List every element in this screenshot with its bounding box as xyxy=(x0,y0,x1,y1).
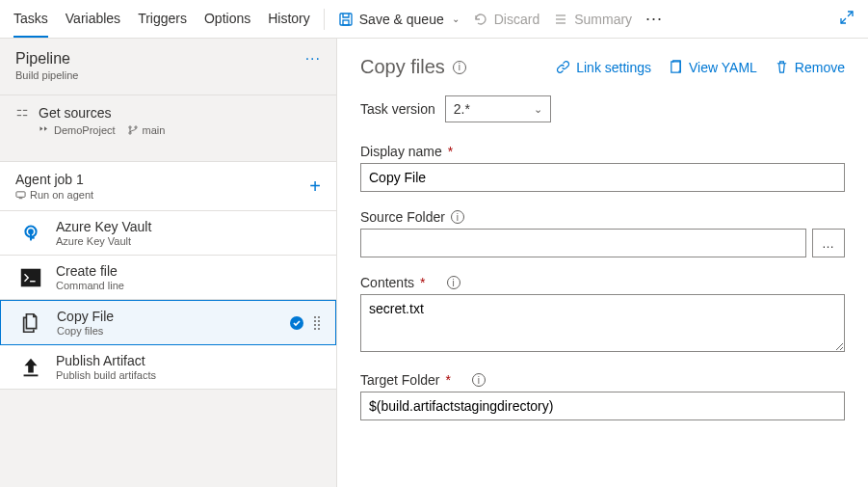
fullscreen-button[interactable] xyxy=(839,10,855,28)
remove-button[interactable]: Remove xyxy=(775,60,845,75)
expand-icon xyxy=(839,10,855,25)
task-version-select[interactable]: 2.* ⌄ xyxy=(445,95,551,122)
trash-icon xyxy=(775,60,789,74)
task-azure-key-vault[interactable]: Azure Key Vault Azure Key Vault xyxy=(0,211,336,256)
task-version-label: Task version xyxy=(360,101,435,117)
project-label: DemoProject xyxy=(54,124,116,136)
svg-rect-12 xyxy=(16,191,25,197)
task-title: Azure Key Vault xyxy=(56,219,151,234)
svg-rect-1 xyxy=(343,20,349,25)
task-title: Publish Artifact xyxy=(56,353,156,368)
add-task-button[interactable]: + xyxy=(309,176,321,198)
contents-label: Contents xyxy=(360,275,414,290)
check-circle-icon xyxy=(289,315,304,331)
info-icon[interactable]: i xyxy=(447,276,460,289)
tab-options[interactable]: Options xyxy=(204,0,250,38)
tab-variables[interactable]: Variables xyxy=(66,0,120,38)
link-icon xyxy=(556,60,570,74)
save-icon xyxy=(338,12,354,27)
task-subtitle: Command line xyxy=(56,280,124,291)
task-title: Create file xyxy=(56,263,124,279)
repo-icon xyxy=(39,124,50,136)
display-name-input[interactable] xyxy=(360,163,845,192)
summary-label: Summary xyxy=(574,12,632,27)
branch-label: main xyxy=(143,124,166,136)
save-and-queue-label: Save & queue xyxy=(359,12,444,27)
view-yaml-button[interactable]: View YAML xyxy=(669,60,757,75)
contents-textarea[interactable] xyxy=(360,294,845,352)
tab-triggers[interactable]: Triggers xyxy=(138,0,187,38)
vault-icon xyxy=(17,220,44,247)
save-and-queue-button[interactable]: Save & queue ⌄ xyxy=(338,12,460,27)
cmd-icon xyxy=(17,264,44,291)
svg-point-10 xyxy=(128,132,130,134)
source-folder-label: Source Folder xyxy=(360,209,445,225)
task-publish-artifact[interactable]: Publish Artifact Publish build artifacts xyxy=(0,345,336,390)
remove-label: Remove xyxy=(795,60,845,75)
source-folder-input[interactable] xyxy=(360,229,806,257)
task-subtitle: Azure Key Vault xyxy=(56,235,151,247)
publish-icon xyxy=(17,354,44,381)
agent-job-item[interactable]: Agent job 1 Run on agent + xyxy=(0,161,336,211)
drag-handle[interactable] xyxy=(312,316,322,330)
summary-button[interactable]: Summary xyxy=(553,12,632,27)
get-sources-label: Get sources xyxy=(39,105,111,121)
svg-rect-20 xyxy=(671,62,680,72)
yaml-icon xyxy=(669,60,683,74)
target-folder-label: Target Folder xyxy=(360,372,439,388)
svg-point-11 xyxy=(134,126,136,128)
more-actions-button[interactable]: ··· xyxy=(645,9,663,29)
required-indicator: * xyxy=(445,372,450,388)
get-sources-item[interactable]: Get sources DemoProject main xyxy=(0,95,336,148)
svg-point-15 xyxy=(29,230,33,233)
pipeline-title: Pipeline xyxy=(15,50,78,68)
task-subtitle: Copy files xyxy=(57,325,114,337)
discard-label: Discard xyxy=(494,12,539,27)
panel-title: Copy files xyxy=(360,56,445,78)
task-subtitle: Publish build artifacts xyxy=(56,369,156,381)
pipeline-subtitle: Build pipeline xyxy=(15,69,78,81)
divider xyxy=(324,9,325,30)
chevron-down-icon: ⌄ xyxy=(534,103,542,116)
svg-rect-13 xyxy=(19,198,23,199)
chevron-down-icon: ⌄ xyxy=(452,14,460,24)
task-create-file[interactable]: Create file Command line xyxy=(0,256,336,300)
branch-icon xyxy=(127,124,139,136)
job-title: Agent job 1 xyxy=(15,172,93,187)
pipeline-menu-button[interactable]: ··· xyxy=(305,50,321,68)
target-folder-input[interactable] xyxy=(360,392,845,420)
undo-icon xyxy=(473,12,488,27)
tab-history[interactable]: History xyxy=(268,0,310,38)
tab-tasks[interactable]: Tasks xyxy=(13,0,48,38)
browse-folder-button[interactable]: … xyxy=(812,229,845,257)
task-title: Copy File xyxy=(57,309,114,324)
task-copy-file[interactable]: Copy File Copy files xyxy=(0,300,336,345)
link-settings-button[interactable]: Link settings xyxy=(556,60,651,75)
svg-rect-0 xyxy=(340,14,352,25)
task-version-value: 2.* xyxy=(454,101,470,117)
discard-button[interactable]: Discard xyxy=(473,12,539,27)
svg-rect-19 xyxy=(24,374,39,376)
sources-icon xyxy=(15,106,29,120)
copy-icon xyxy=(18,310,45,337)
info-icon[interactable]: i xyxy=(472,373,486,387)
svg-point-9 xyxy=(128,126,130,128)
info-icon[interactable]: i xyxy=(451,210,464,224)
summary-icon xyxy=(553,12,568,27)
required-indicator: * xyxy=(420,275,425,290)
required-indicator: * xyxy=(448,144,453,159)
view-yaml-label: View YAML xyxy=(689,60,757,75)
svg-rect-16 xyxy=(21,268,40,286)
agent-icon xyxy=(15,190,26,201)
info-icon[interactable]: i xyxy=(453,61,466,74)
link-settings-label: Link settings xyxy=(576,60,651,75)
job-subtitle: Run on agent xyxy=(30,189,93,201)
display-name-label: Display name xyxy=(360,144,442,159)
